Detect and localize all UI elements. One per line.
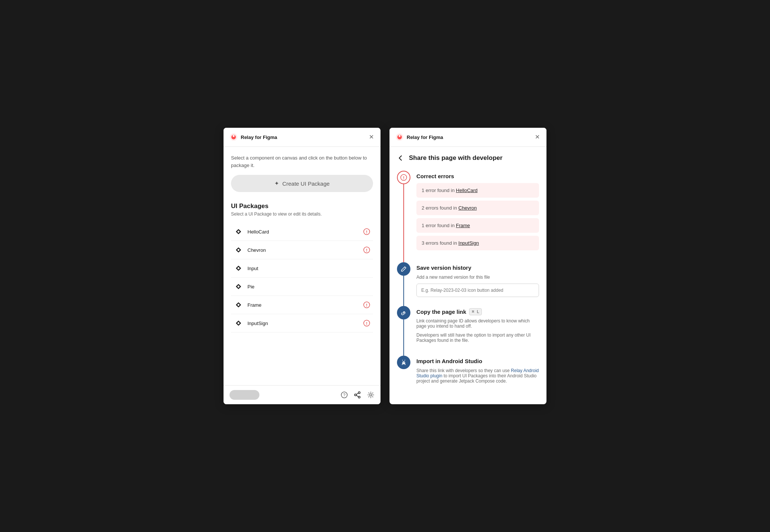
svg-point-26 bbox=[358, 396, 360, 398]
package-name: HelloCard bbox=[247, 229, 359, 235]
link-icon bbox=[401, 310, 407, 316]
right-panel: Relay for Figma ✕ Share this page with d… bbox=[389, 128, 546, 404]
svg-text:!: ! bbox=[366, 303, 367, 307]
settings-icon bbox=[367, 391, 375, 399]
list-item[interactable]: Pie bbox=[231, 278, 373, 296]
right-panel-header-left: Relay for Figma bbox=[395, 133, 443, 141]
inputsign-link[interactable]: InputSign bbox=[458, 240, 479, 246]
svg-line-29 bbox=[356, 395, 358, 397]
svg-text:!: ! bbox=[403, 176, 404, 180]
svg-text:!: ! bbox=[366, 230, 367, 234]
chevron-link[interactable]: Chevron bbox=[458, 205, 477, 211]
error-text-3: 1 error found in bbox=[422, 223, 456, 228]
version-input[interactable] bbox=[416, 284, 539, 297]
right-panel-body: Share this page with developer ! Correct… bbox=[389, 147, 546, 404]
package-name: Pie bbox=[247, 284, 370, 290]
left-panel-close-button[interactable]: ✕ bbox=[368, 133, 375, 141]
frame-link[interactable]: Frame bbox=[456, 223, 470, 228]
android-description: Share this link with developers so they … bbox=[416, 368, 539, 384]
copy-link-desc-2: Developers will still have the option to… bbox=[416, 332, 539, 343]
svg-point-30 bbox=[370, 394, 372, 396]
create-btn-icon: ✦ bbox=[274, 180, 279, 187]
svg-line-28 bbox=[356, 393, 358, 395]
settings-button[interactable] bbox=[367, 391, 375, 399]
footer-icons: ? bbox=[341, 391, 375, 399]
step-line-2 bbox=[403, 276, 404, 306]
right-panel-title: Relay for Figma bbox=[407, 134, 443, 140]
step-left-2 bbox=[397, 262, 410, 306]
svg-text:!: ! bbox=[366, 321, 367, 326]
list-item[interactable]: InputSign ! bbox=[231, 314, 373, 332]
hellocard-link[interactable]: HelloCard bbox=[456, 188, 478, 193]
pencil-icon bbox=[401, 266, 407, 272]
step-left-1: ! bbox=[397, 171, 410, 262]
step-heading-4: Import in Android Studio bbox=[416, 356, 539, 364]
step-content-3: Copy the page link ⌘ L Link containing p… bbox=[416, 306, 539, 356]
error-circle-icon: ! bbox=[397, 171, 410, 184]
list-item[interactable]: Input bbox=[231, 259, 373, 278]
component-icon bbox=[234, 319, 243, 328]
relay-logo-icon-right bbox=[395, 133, 404, 141]
step-description-2: Add a new named version for this file bbox=[416, 275, 539, 280]
svg-text:?: ? bbox=[343, 393, 345, 397]
error-card-chevron[interactable]: 2 errors found in Chevron bbox=[416, 201, 539, 215]
ui-packages-title: UI Packages bbox=[231, 202, 373, 210]
left-panel-body: Select a component on canvas and click o… bbox=[224, 147, 381, 385]
error-text-2: 2 errors found in bbox=[422, 205, 458, 211]
svg-point-25 bbox=[358, 392, 360, 394]
instruction-text: Select a component on canvas and click o… bbox=[231, 154, 373, 169]
svg-point-2 bbox=[233, 135, 235, 137]
back-button[interactable] bbox=[397, 154, 404, 162]
svg-point-36 bbox=[403, 362, 403, 363]
step-save-version: Save version history Add a new named ver… bbox=[397, 262, 539, 306]
step-content-1: Correct errors 1 error found in HelloCar… bbox=[416, 171, 539, 262]
footer-pill bbox=[230, 390, 259, 400]
error-text-1: 1 error found in bbox=[422, 188, 456, 193]
error-indicator: ! bbox=[363, 228, 370, 235]
list-item[interactable]: Chevron ! bbox=[231, 241, 373, 259]
step-heading-1: Correct errors bbox=[416, 171, 539, 179]
right-panel-header: Relay for Figma ✕ bbox=[389, 128, 546, 147]
create-btn-label: Create UI Package bbox=[282, 180, 330, 187]
error-text-4: 3 errors found in bbox=[422, 240, 458, 246]
package-name: Frame bbox=[247, 302, 359, 308]
share-icon bbox=[354, 391, 361, 399]
left-panel: Relay for Figma ✕ Select a component on … bbox=[224, 128, 381, 404]
error-indicator: ! bbox=[363, 320, 370, 327]
error-card-hellocard[interactable]: 1 error found in HelloCard bbox=[416, 183, 539, 198]
android-icon bbox=[400, 359, 407, 366]
left-panel-header: Relay for Figma ✕ bbox=[224, 128, 381, 147]
right-page-title: Share this page with developer bbox=[409, 154, 502, 162]
create-ui-package-button[interactable]: ✦ Create UI Package bbox=[231, 175, 373, 192]
svg-point-37 bbox=[404, 362, 405, 363]
pencil-circle-icon bbox=[397, 262, 410, 276]
list-item[interactable]: Frame ! bbox=[231, 296, 373, 314]
svg-rect-39 bbox=[405, 364, 406, 365]
right-panel-close-button[interactable]: ✕ bbox=[534, 133, 540, 141]
error-card-frame[interactable]: 1 error found in Frame bbox=[416, 218, 539, 233]
step-content-4: Import in Android Studio Share this link… bbox=[416, 356, 539, 396]
help-icon: ? bbox=[341, 392, 348, 398]
svg-point-27 bbox=[355, 394, 357, 396]
error-card-inputsign[interactable]: 3 errors found in InputSign bbox=[416, 236, 539, 250]
copy-link-header: Copy the page link ⌘ L bbox=[416, 306, 539, 315]
component-icon bbox=[234, 245, 243, 254]
component-icon bbox=[234, 227, 243, 236]
step-line-3 bbox=[403, 319, 404, 356]
left-panel-header-left: Relay for Figma bbox=[230, 133, 277, 141]
relay-logo-icon bbox=[230, 133, 238, 141]
package-list: HelloCard ! Chevron ! bbox=[231, 223, 373, 332]
error-indicator: ! bbox=[363, 247, 370, 253]
left-panel-footer: ? bbox=[224, 385, 381, 404]
step-line-1 bbox=[403, 184, 404, 262]
step-left-4 bbox=[397, 356, 410, 396]
list-item[interactable]: HelloCard ! bbox=[231, 223, 373, 241]
relay-plugin-link[interactable]: Relay Android Studio plugin bbox=[416, 368, 539, 378]
android-circle-icon bbox=[397, 356, 410, 369]
step-correct-errors: ! Correct errors 1 error found in HelloC… bbox=[397, 171, 539, 262]
ui-packages-subtitle: Select a UI Package to view or edit its … bbox=[231, 211, 373, 217]
package-name: Chevron bbox=[247, 247, 359, 253]
share-button[interactable] bbox=[354, 391, 361, 399]
keyboard-shortcut-badge: ⌘ L bbox=[469, 308, 482, 315]
help-button[interactable]: ? bbox=[341, 392, 348, 398]
